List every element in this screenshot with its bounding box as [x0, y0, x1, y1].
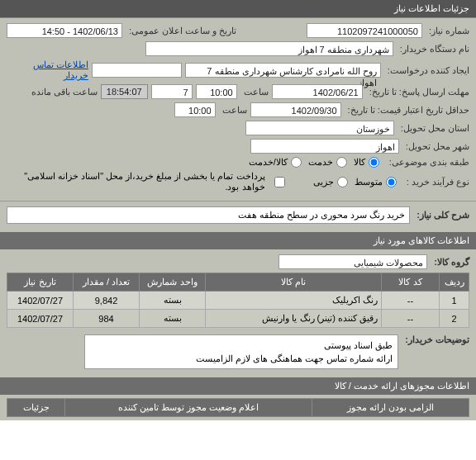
- buyer-org-value: شهرداری منطقه 7 اهواز: [145, 41, 393, 56]
- col-name: نام کالا: [206, 273, 382, 292]
- process-label: نوع فرآیند خرید :: [407, 177, 469, 187]
- cell-unit: بسته: [140, 310, 206, 328]
- countdown-label: ساعت باقی مانده: [31, 87, 98, 97]
- items-table: ردیف کد کالا نام کالا واحد شمارش تعداد /…: [7, 273, 469, 328]
- notes-line2: ارائه شماره تماس جهت هماهنگی های لازم ال…: [90, 352, 393, 365]
- radio-kalakhadamat-input[interactable]: [291, 157, 302, 168]
- deadline-date: 1402/06/21: [272, 84, 363, 99]
- validity-time: 10:00: [174, 102, 216, 117]
- cell-unit: بسته: [140, 292, 206, 310]
- radio-khadamat-label: خدمت: [308, 157, 333, 168]
- radio-mid-label: متوسط: [355, 177, 383, 187]
- validity-date: 1402/09/30: [250, 102, 341, 117]
- cell-qty: 9,842: [74, 292, 140, 310]
- cell-date: 1402/07/27: [7, 292, 74, 310]
- group-label: گروه کالا:: [434, 257, 469, 268]
- permit-col-mandatory: الزامی بودن ارائه مجوز: [312, 399, 469, 417]
- group-value: محصولات شیمیایی: [278, 254, 427, 269]
- col-qty: تعداد / مقدار: [74, 273, 140, 292]
- cell-name: رنگ اکریلیک: [206, 292, 382, 310]
- city-value: اهواز: [250, 139, 399, 154]
- deadline-label: مهلت ارسال پاسخ: تا تاریخ:: [369, 87, 469, 97]
- countdown-timer: 18:54:07: [101, 84, 148, 99]
- extra-field[interactable]: [92, 63, 182, 78]
- radio-khadamat[interactable]: خدمت: [308, 157, 347, 168]
- radio-khadamat-input[interactable]: [336, 157, 347, 168]
- cell-qty: 984: [74, 310, 140, 328]
- radio-partial-input[interactable]: [337, 177, 348, 187]
- radio-kala-label: کالا: [354, 157, 365, 168]
- radio-partial[interactable]: جزیی: [313, 177, 348, 187]
- permit-col-details: جزئیات: [7, 399, 65, 417]
- radio-kalakhadamat-label: کالا/خدمت: [249, 157, 288, 168]
- payment-checkbox[interactable]: [274, 177, 285, 187]
- validity-label: حداقل تاریخ اعتبار قیمت: تا تاریخ:: [348, 105, 469, 116]
- cell-name: رقیق کننده (تینر) رنگ یا وارنیش: [206, 310, 382, 328]
- radio-mid-input[interactable]: [386, 177, 397, 187]
- deadline-time: 10:00: [196, 84, 237, 99]
- req-no-value: 1102097241000050: [307, 23, 422, 38]
- permit-col-status: اعلام وضعیت مجوز توسط تامین کننده: [65, 399, 312, 417]
- city-label: شهر محل تحویل:: [406, 141, 469, 152]
- requester-value: روح الله نامرادی کارشناس شهرداری منطقه 7…: [185, 63, 381, 78]
- days-field: 7: [151, 84, 193, 99]
- payment-note: پرداخت تمام یا بخشی از مبلغ خرید،از محل …: [7, 171, 265, 192]
- cell-idx: 2: [440, 310, 469, 328]
- public-date-label: تاریخ و ساعت اعلان عمومی:: [129, 26, 236, 36]
- public-date-value: 1402/06/13 - 14:50: [7, 23, 122, 38]
- radio-partial-label: جزیی: [313, 177, 334, 187]
- details-panel: شماره نیاز: 1102097241000050 تاریخ و ساع…: [0, 18, 476, 201]
- section-title: جزئیات اطلاعات نیاز: [0, 0, 476, 18]
- cell-code: --: [382, 310, 440, 328]
- col-date: تاریخ نیاز: [7, 273, 74, 292]
- province-label: استان محل تحویل:: [401, 123, 469, 134]
- cell-idx: 1: [440, 292, 469, 310]
- desc-label: شرح کلی نیاز:: [416, 210, 469, 221]
- radio-mid[interactable]: متوسط: [355, 177, 397, 187]
- cell-code: --: [382, 292, 440, 310]
- radio-kala-input[interactable]: [369, 157, 379, 168]
- table-row[interactable]: 1--رنگ اکریلیکبسته9,8421402/07/27: [7, 292, 469, 310]
- notes-box: طبق اسناد پیوستی ارائه شماره تماس جهت هم…: [84, 334, 398, 369]
- notes-line1: طبق اسناد پیوستی: [90, 339, 393, 352]
- items-header: اطلاعات کالاهای مورد نیاز: [0, 232, 476, 249]
- permits-header: اطلاعات مجوزهای ارائه خدمت / کالا: [0, 377, 476, 395]
- province-value: خوزستان: [245, 121, 394, 135]
- col-unit: واحد شمارش: [140, 273, 206, 292]
- req-no-label: شماره نیاز:: [429, 26, 469, 36]
- table-row[interactable]: 2--رقیق کننده (تینر) رنگ یا وارنیشبسته98…: [7, 310, 469, 328]
- col-idx: ردیف: [440, 273, 469, 292]
- col-code: کد کالا: [382, 273, 440, 292]
- permits-table: الزامی بودن ارائه مجوز اعلام وضعیت مجوز …: [7, 398, 469, 417]
- buyer-org-label: نام دستگاه خریدار:: [400, 44, 469, 55]
- desc-text: خرید رنگ سرد محوری در سطح منطقه هفت: [7, 206, 410, 224]
- requester-label: ایجاد کننده درخواست:: [388, 65, 469, 76]
- buyer-contact-link[interactable]: اطلاعات تماس خریدار: [7, 59, 88, 81]
- radio-kala[interactable]: کالا: [354, 157, 379, 168]
- time-label-2: ساعت: [222, 105, 247, 116]
- time-label-1: ساعت: [244, 87, 269, 97]
- category-label: طبقه بندی موضوعی:: [389, 157, 469, 168]
- notes-label: توضیحات خریدار:: [405, 334, 469, 345]
- radio-kalakhadamat[interactable]: کالا/خدمت: [249, 157, 302, 168]
- cell-date: 1402/07/27: [7, 310, 74, 328]
